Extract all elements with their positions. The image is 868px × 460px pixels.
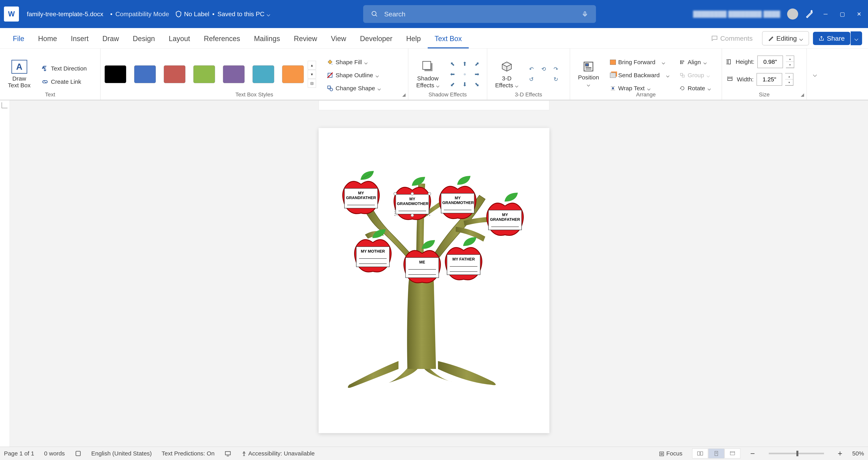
accessibility-status[interactable]: Accessibility: Unavailable — [241, 450, 315, 457]
selection-handle-n[interactable] — [411, 192, 414, 195]
document-page[interactable]: MY GRANDFATHER MY GRANDMOTHER — [319, 128, 549, 433]
tab-file[interactable]: File — [6, 30, 31, 48]
text-direction-button[interactable]: A Text Direction — [38, 63, 90, 74]
height-down[interactable]: ▾ — [786, 62, 794, 68]
print-layout-button[interactable] — [708, 449, 724, 458]
style-swatch-orange[interactable] — [282, 65, 304, 83]
nudge-sw[interactable]: ⬋ — [447, 80, 458, 89]
zoom-level[interactable]: 50% — [852, 450, 864, 457]
search-input[interactable] — [384, 10, 576, 18]
zoom-thumb[interactable] — [796, 451, 798, 456]
style-swatch-black[interactable] — [104, 65, 126, 83]
selection-handle-e[interactable] — [428, 192, 431, 195]
collapse-ribbon-button[interactable]: ⌵ — [807, 70, 823, 79]
user-avatar[interactable] — [787, 8, 798, 20]
apple-label-box[interactable]: MY GRANDMOTHER — [441, 193, 474, 213]
apple-label-box[interactable]: MY MOTHER — [356, 247, 390, 267]
tab-home[interactable]: Home — [31, 30, 64, 48]
apple-grandmother-2[interactable]: MY GRANDMOTHER — [438, 183, 477, 221]
gallery-up-button[interactable]: ▴ — [308, 61, 316, 69]
send-backward-button[interactable]: Send Backward⌵ — [607, 70, 673, 80]
vertical-ruler[interactable] — [0, 100, 10, 447]
save-status[interactable]: Saved to this PC — [217, 10, 265, 18]
zoom-out-button[interactable]: − — [750, 449, 755, 458]
apple-label-box[interactable]: MY GRANDFATHER — [488, 210, 522, 230]
apple-label-box[interactable]: MY FATHER — [447, 254, 480, 275]
tab-draw[interactable]: Draw — [95, 30, 126, 48]
apple-father[interactable]: MY FATHER — [444, 245, 483, 282]
gallery-more-button[interactable]: ⊟ — [308, 79, 316, 88]
gallery-down-button[interactable]: ▾ — [308, 70, 316, 79]
apple-mother[interactable]: MY MOTHER — [353, 237, 393, 274]
tilt-down-l[interactable]: ↺ — [526, 75, 536, 84]
minimize-button[interactable]: ─ — [820, 9, 831, 19]
sensitivity-label[interactable]: No Label — [175, 10, 209, 18]
3d-effects-button[interactable]: 3-D Effects ⌵ — [491, 59, 522, 90]
horizontal-ruler[interactable] — [319, 100, 549, 110]
tab-review[interactable]: Review — [287, 30, 324, 48]
tilt-down-r[interactable]: ↻ — [551, 75, 561, 84]
mic-icon[interactable] — [582, 10, 588, 18]
document-name[interactable]: family-tree-template-5.docx — [27, 10, 103, 18]
apple-grandfather-2[interactable]: MY GRANDFATHER — [485, 200, 525, 238]
display-settings-icon[interactable] — [224, 450, 231, 457]
position-button[interactable]: Position ⌵ — [574, 60, 603, 89]
bring-forward-button[interactable]: Bring Forward⌵ — [607, 57, 673, 67]
tab-text-box[interactable]: Text Box — [428, 30, 469, 48]
height-input[interactable] — [757, 56, 783, 68]
tab-stop-selector[interactable] — [2, 102, 7, 108]
nudge-w[interactable]: ⬅ — [447, 70, 458, 79]
tab-design[interactable]: Design — [126, 30, 162, 48]
shape-outline-button[interactable]: Shape Outline ⌵ — [324, 70, 384, 80]
style-swatch-green[interactable] — [193, 65, 215, 83]
style-swatch-teal[interactable] — [252, 65, 274, 83]
nudge-e[interactable]: ➡ — [472, 70, 482, 79]
shape-fill-button[interactable]: Shape Fill ⌵ — [324, 57, 384, 67]
read-mode-button[interactable] — [692, 449, 708, 458]
nudge-center[interactable]: ▫ — [460, 70, 470, 79]
tab-view[interactable]: View — [324, 30, 353, 48]
tilt-up[interactable]: ⟲ — [538, 65, 549, 73]
page-indicator[interactable]: Page 1 of 1 — [4, 450, 34, 457]
maximize-button[interactable]: ▢ — [837, 9, 847, 19]
apple-label-box[interactable]: ME — [405, 257, 439, 278]
tab-help[interactable]: Help — [399, 30, 428, 48]
share-button[interactable]: Share — [813, 32, 850, 45]
zoom-slider[interactable] — [769, 453, 824, 454]
align-button[interactable]: Align⌵ — [677, 57, 714, 67]
shadow-effects-button[interactable]: Shadow Effects ⌵ — [412, 59, 443, 90]
style-swatch-red[interactable] — [164, 65, 185, 83]
language-indicator[interactable]: English (United States) — [91, 450, 152, 457]
tab-layout[interactable]: Layout — [162, 30, 197, 48]
tab-developer[interactable]: Developer — [353, 30, 399, 48]
style-swatch-purple[interactable] — [223, 65, 245, 83]
focus-mode-button[interactable]: Focus — [659, 450, 682, 457]
styles-dialog-launcher[interactable]: ◢ — [402, 92, 406, 97]
apple-me[interactable]: ME — [402, 248, 442, 285]
nudge-se[interactable]: ⬊ — [472, 80, 482, 89]
width-input[interactable] — [756, 73, 782, 86]
group-button[interactable]: Group⌵ — [677, 70, 714, 80]
tilt-right[interactable]: ↷ — [551, 65, 561, 73]
apple-grandfather-1[interactable]: MY GRANDFATHER — [341, 178, 381, 216]
size-dialog-launcher[interactable]: ◢ — [801, 92, 804, 97]
width-up[interactable]: ▴ — [785, 74, 793, 79]
apple-label-box[interactable]: MY GRANDMOTHER — [396, 194, 429, 214]
create-link-button[interactable]: Create Link — [38, 77, 90, 87]
zoom-in-button[interactable]: + — [838, 449, 842, 458]
draw-text-box-button[interactable]: A Draw Text Box — [4, 59, 34, 90]
nudge-s[interactable]: ⬇ — [460, 80, 470, 89]
tab-mailings[interactable]: Mailings — [247, 30, 287, 48]
tab-insert[interactable]: Insert — [64, 30, 95, 48]
tab-references[interactable]: References — [197, 30, 247, 48]
tilt-left[interactable]: ↶ — [526, 65, 536, 73]
width-down[interactable]: ▾ — [785, 79, 793, 85]
text-predictions[interactable]: Text Predictions: On — [161, 450, 214, 457]
spell-check-icon[interactable] — [75, 450, 82, 457]
comments-button[interactable]: Comments — [706, 32, 758, 45]
search-box[interactable] — [363, 5, 596, 23]
selection-handle-w[interactable] — [394, 192, 397, 195]
apple-label-box[interactable]: MY GRANDFATHER — [344, 188, 378, 208]
close-button[interactable]: ✕ — [854, 9, 864, 19]
share-more-button[interactable]: ⌵ — [850, 31, 862, 45]
